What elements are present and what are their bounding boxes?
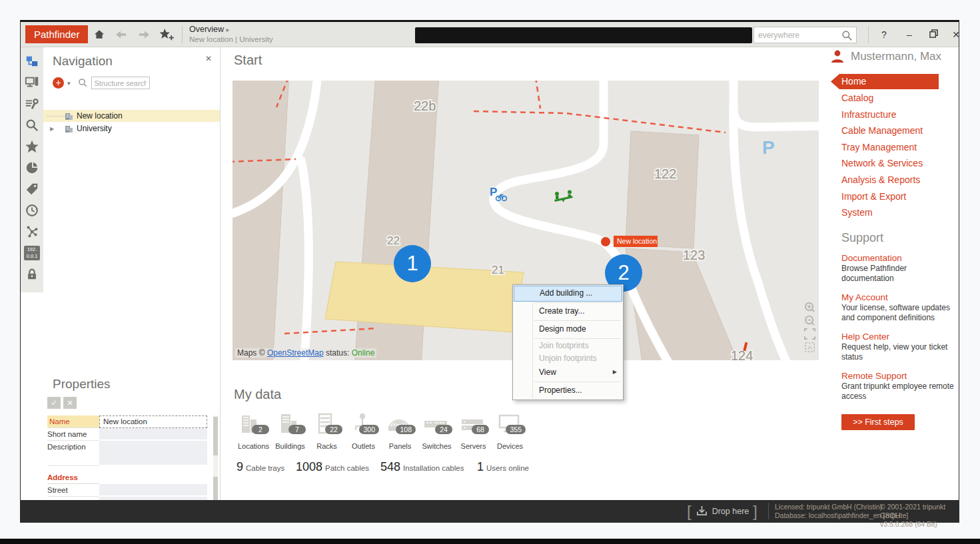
forward-button[interactable] <box>135 27 153 43</box>
map-label-124: 124 <box>731 348 753 360</box>
location-marker-dot[interactable] <box>601 237 610 246</box>
scrollbar-thumb[interactable] <box>213 477 218 503</box>
tree-item-new-location[interactable]: New location <box>43 110 220 122</box>
menu-system[interactable]: System <box>841 204 960 221</box>
breadcrumb-item-location[interactable]: New location <box>189 35 233 43</box>
topology-module-button[interactable] <box>21 221 43 242</box>
prop-label-description: Description <box>47 441 99 466</box>
properties-scrollbar[interactable] <box>213 415 218 503</box>
zoom-in-icon[interactable] <box>804 302 815 313</box>
menu-infrastructure[interactable]: Infrastructure <box>841 107 960 123</box>
tree-item-label[interactable]: New location <box>77 111 123 121</box>
map-controls: A <box>804 302 815 353</box>
menu-separator <box>534 338 621 339</box>
close-button[interactable]: ✕ <box>947 27 965 43</box>
drop-here-zone[interactable]: [ Drop here ] <box>687 500 757 522</box>
app-logo[interactable]: Pathfinder <box>25 25 88 43</box>
chevron-down-icon[interactable]: ▾ <box>67 80 71 87</box>
openstreetmap-link[interactable]: OpenStreetMap <box>267 348 324 358</box>
menu-analysis-reports[interactable]: Analysis & Reports <box>841 172 960 188</box>
home-icon <box>93 28 106 41</box>
magnifier-icon <box>25 118 39 133</box>
menu-catalog[interactable]: Catalog <box>841 90 960 107</box>
back-button[interactable] <box>113 27 130 43</box>
workplace-module-button[interactable] <box>21 72 43 93</box>
link-documentation[interactable]: Documentation <box>841 253 960 263</box>
menu-item-properties[interactable]: Properties... <box>514 383 622 399</box>
menu-import-export[interactable]: Import & Export <box>841 188 960 205</box>
menu-item-view[interactable]: View ▶ <box>514 365 622 381</box>
star-plus-icon <box>159 28 175 41</box>
prop-value-short-name[interactable] <box>99 428 207 441</box>
scrollbar-thumb[interactable] <box>213 417 218 455</box>
tile-buildings[interactable]: 7 Buildings <box>272 411 308 454</box>
tree-item-university[interactable]: ▶ University <box>43 123 220 135</box>
tile-devices[interactable]: 355 Devices <box>492 411 528 454</box>
tools-module-button[interactable] <box>21 93 43 115</box>
breadcrumb[interactable]: Overview ▸ New location | University <box>189 25 273 43</box>
arrow-right-icon <box>137 29 151 41</box>
add-structure-button[interactable]: + <box>53 77 64 89</box>
map-context-menu: Add building ... Create tray... Design m… <box>512 284 624 400</box>
panel-close-button[interactable]: ✕ <box>205 54 212 63</box>
tile-switches[interactable]: 24 Switches <box>418 411 455 454</box>
fit-view-icon[interactable] <box>804 328 815 340</box>
select-area-icon[interactable]: A <box>804 342 815 353</box>
ip-module-button[interactable]: 192.0.0.1 <box>21 242 43 264</box>
zoom-out-icon[interactable] <box>804 315 815 326</box>
menu-cable-management[interactable]: Cable Management <box>841 123 960 139</box>
reports-module-button[interactable] <box>21 157 43 178</box>
first-steps-button[interactable]: >> First steps <box>841 414 915 430</box>
pie-chart-icon <box>25 160 39 175</box>
tile-panels[interactable]: 108 Panels <box>382 411 418 454</box>
tile-racks[interactable]: 22 Racks <box>308 411 345 454</box>
tile-outlets[interactable]: 300 Outlets <box>345 411 382 454</box>
history-module-button[interactable] <box>21 200 43 221</box>
prop-value-name[interactable]: New location <box>99 415 207 428</box>
expander-icon[interactable]: ▶ <box>49 126 55 132</box>
search-module-button[interactable] <box>21 115 43 136</box>
prop-value-street[interactable] <box>99 484 207 497</box>
home-button[interactable] <box>91 27 108 43</box>
apply-button[interactable]: ✓ <box>47 397 61 409</box>
tile-label: Outlets <box>345 442 382 450</box>
prop-value-description[interactable] <box>99 441 207 466</box>
tags-module-button[interactable] <box>21 178 43 200</box>
attribution-prefix: Maps © <box>237 348 265 358</box>
structure-module-button[interactable] <box>21 51 43 72</box>
svg-text:A: A <box>807 344 812 351</box>
user-account[interactable]: Mustermann, Max <box>829 49 960 65</box>
menu-item-add-building[interactable]: Add building ... <box>514 286 622 302</box>
tree-item-label[interactable]: University <box>77 124 112 133</box>
tile-locations[interactable]: 2 Locations <box>235 411 272 454</box>
structure-search-input[interactable] <box>91 77 150 89</box>
tile-label: Panels <box>382 442 418 450</box>
help-button[interactable]: ? <box>875 27 893 43</box>
global-search[interactable] <box>753 27 857 43</box>
link-remote-support[interactable]: Remote Support <box>841 371 960 381</box>
tile-servers[interactable]: 68 Servers <box>455 411 492 454</box>
status-label: status: <box>326 348 349 358</box>
count-badge: 300 <box>359 425 379 434</box>
drop-here-label: Drop here <box>712 507 749 516</box>
menu-network-services[interactable]: Network & Services <box>841 155 960 172</box>
minimize-button[interactable]: – <box>900 27 919 43</box>
breadcrumb-current[interactable]: Overview <box>189 25 224 34</box>
count-badge: 68 <box>472 425 489 434</box>
menu-item-create-tray[interactable]: Create tray... <box>514 304 622 320</box>
search-input[interactable] <box>758 27 838 43</box>
my-data-title: My data <box>234 387 281 402</box>
link-help-center[interactable]: Help Center <box>841 332 960 342</box>
favorites-module-button[interactable] <box>21 136 43 157</box>
menu-item-design-mode[interactable]: Design mode <box>514 322 622 338</box>
security-module-button[interactable] <box>21 264 43 285</box>
favorite-add-button[interactable] <box>158 27 175 43</box>
menu-tray-management[interactable]: Tray Management <box>841 139 960 156</box>
menu-home[interactable]: Home <box>831 74 939 89</box>
link-my-account[interactable]: My Account <box>841 292 960 302</box>
discard-button[interactable]: ✕ <box>63 397 77 409</box>
navigation-panel: Navigation ✕ + ▾ New location ▶ Universi… <box>43 47 221 503</box>
restore-icon <box>929 29 938 38</box>
breadcrumb-item-university[interactable]: University <box>239 35 272 43</box>
restore-button[interactable] <box>924 27 943 43</box>
